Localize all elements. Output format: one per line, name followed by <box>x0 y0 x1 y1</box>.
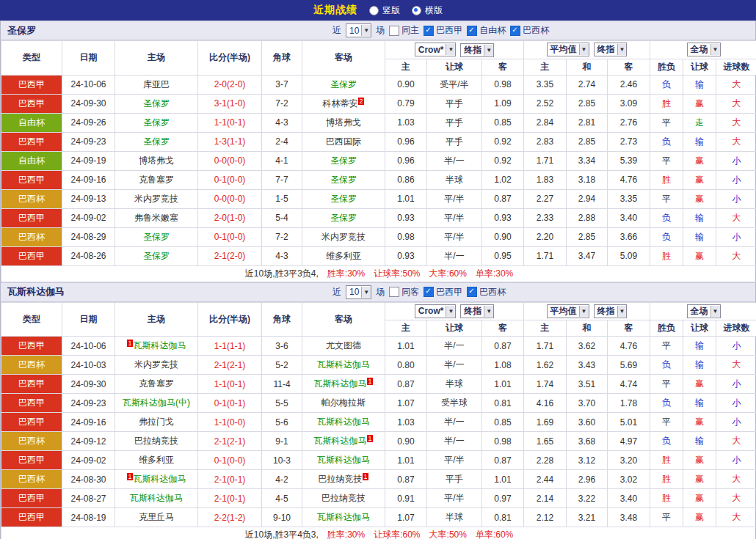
home-team[interactable]: 瓦斯科达伽马 <box>134 340 186 351</box>
home-team[interactable]: 克里丘马 <box>139 512 174 522</box>
away-team[interactable]: 科林蒂安 <box>322 98 357 109</box>
result-handicap: 赢 <box>695 194 704 204</box>
score-link[interactable]: 2-2(1-2) <box>214 513 246 523</box>
score-link[interactable]: 0-0(0-0) <box>214 194 246 204</box>
league-filter-checkbox-2[interactable] <box>510 26 520 36</box>
avg-home: 1.71 <box>524 337 567 356</box>
fullmatch-select[interactable]: 全场▼ <box>687 43 721 56</box>
league-filter-checkbox-1[interactable] <box>467 287 477 297</box>
league-filter-checkbox-0[interactable] <box>424 26 434 36</box>
bookmaker-select[interactable]: Crow*▼ <box>415 43 457 56</box>
avg-away: 3.20 <box>608 451 650 470</box>
corners-cell: 7-7 <box>262 170 302 189</box>
score-link[interactable]: 1-1(0-0) <box>214 417 246 428</box>
fullmatch-select[interactable]: 全场▼ <box>687 304 721 318</box>
home-team[interactable]: 瓦斯科达伽马 <box>134 474 186 484</box>
score-link[interactable]: 0-1(0-1) <box>214 398 246 408</box>
score-link[interactable]: 0-1(0-0) <box>214 455 246 466</box>
red-card-badge: 1 <box>127 340 132 347</box>
home-team[interactable]: 米内罗竞技 <box>134 194 178 204</box>
away-team[interactable]: 圣保罗 <box>330 155 357 166</box>
home-team[interactable]: 圣保罗 <box>143 117 170 128</box>
average-select[interactable]: 平均值▼ <box>547 43 589 56</box>
same-venue-checkbox[interactable] <box>389 287 399 297</box>
home-team[interactable]: 弗拉门戈 <box>139 417 174 427</box>
away-team[interactable]: 尤文图德 <box>326 340 361 351</box>
away-team[interactable]: 圣保罗 <box>330 79 357 89</box>
odds-handicap-line: 半/一 <box>427 356 482 375</box>
away-team[interactable]: 帕尔梅拉斯 <box>321 397 366 408</box>
score-link[interactable]: 0-0(0-0) <box>214 155 246 166</box>
score-link[interactable]: 2-1(0-1) <box>214 474 246 485</box>
odds-home: 0.96 <box>385 151 427 170</box>
home-team[interactable]: 圣保罗 <box>143 251 170 261</box>
summary-row: 近10场,胜3平3负4,胜率:30%让球率:50%大率:60%单率:30% <box>1 265 756 282</box>
home-team[interactable]: 圣保罗 <box>143 232 170 242</box>
away-team[interactable]: 瓦斯科达伽马 <box>317 455 370 465</box>
home-team[interactable]: 瓦斯科达伽马(中) <box>123 397 190 408</box>
result-outcome: 平 <box>662 155 671 166</box>
away-team[interactable]: 维多利亚 <box>326 251 361 261</box>
average-select[interactable]: 平均值▼ <box>547 304 589 318</box>
away-team[interactable]: 博塔弗戈 <box>326 117 361 128</box>
score-link[interactable]: 2-1(2-1) <box>214 360 246 370</box>
away-team[interactable]: 米内罗竞技 <box>321 232 366 242</box>
score-link[interactable]: 1-1(0-1) <box>214 379 246 389</box>
away-team[interactable]: 巴西国际 <box>326 136 361 147</box>
bookmaker-select[interactable]: Crow*▼ <box>415 304 457 318</box>
score-link[interactable]: 1-1(1-1) <box>214 341 246 351</box>
away-team[interactable]: 圣保罗 <box>330 194 357 204</box>
corners-cell: 4-5 <box>262 489 302 508</box>
home-team[interactable]: 博塔弗戈 <box>139 155 174 166</box>
score-link[interactable]: 3-1(1-0) <box>214 98 246 109</box>
average-stage-select[interactable]: 终指▼ <box>594 304 628 318</box>
home-team[interactable]: 米内罗竞技 <box>134 359 178 370</box>
match-count-select[interactable]: 10▼ <box>346 23 371 37</box>
same-venue-checkbox[interactable] <box>389 26 399 36</box>
league-filter-checkbox-0[interactable] <box>424 287 434 297</box>
bookmaker-stage-select[interactable]: 终指▼ <box>460 43 494 57</box>
home-team[interactable]: 圣保罗 <box>143 98 170 109</box>
away-team[interactable]: 瓦斯科达伽马 <box>317 512 370 522</box>
home-team[interactable]: 瓦斯科达伽马 <box>130 493 183 503</box>
league-filter-checkbox-1[interactable] <box>467 26 477 36</box>
away-team[interactable]: 巴拉纳竞技 <box>321 493 366 503</box>
table-row: 巴西甲24-09-30圣保罗3-1(1-0)7-2科林蒂安20.79平手1.09… <box>1 94 756 113</box>
away-team[interactable]: 圣保罗 <box>330 213 357 223</box>
matches-label: 场 <box>376 286 385 298</box>
home-team[interactable]: 弗鲁米嫩塞 <box>134 213 178 223</box>
away-team[interactable]: 瓦斯科达伽马 <box>313 378 366 389</box>
away-team[interactable]: 圣保罗 <box>330 175 357 185</box>
bookmaker-stage-select[interactable]: 终指▼ <box>460 304 494 318</box>
league-badge: 巴西甲 <box>1 132 62 151</box>
score-link[interactable]: 0-1(0-0) <box>214 232 246 242</box>
score-link[interactable]: 2-1(0-1) <box>214 494 246 504</box>
score-link[interactable]: 1-3(1-1) <box>214 136 246 147</box>
home-team[interactable]: 克鲁塞罗 <box>139 175 174 185</box>
score-link[interactable]: 2-1(2-1) <box>214 436 246 447</box>
layout-radio-horizontal[interactable]: 横版 <box>412 4 443 17</box>
layout-radio-vertical[interactable]: 竖版 <box>369 4 400 17</box>
result-outcome: 胜 <box>662 455 671 465</box>
away-team[interactable]: 巴拉纳竞技 <box>318 474 362 484</box>
average-stage-select[interactable]: 终指▼ <box>594 43 628 56</box>
page-title: 近期战绩 <box>313 4 357 17</box>
home-team[interactable]: 维多利亚 <box>139 455 174 465</box>
away-team[interactable]: 瓦斯科达伽马 <box>313 436 366 446</box>
column-header: 客场 <box>302 302 385 337</box>
home-team[interactable]: 圣保罗 <box>143 136 170 147</box>
home-team[interactable]: 克鲁塞罗 <box>139 378 174 389</box>
odds-home: 0.91 <box>385 489 427 508</box>
score-link[interactable]: 1-1(0-1) <box>214 117 246 128</box>
score-link[interactable]: 2-0(2-0) <box>214 79 246 89</box>
match-count-select[interactable]: 10▼ <box>346 285 371 299</box>
home-team[interactable]: 库亚巴 <box>143 79 170 89</box>
avg-away: 5.39 <box>608 151 650 170</box>
away-team[interactable]: 瓦斯科达伽马 <box>317 359 370 370</box>
away-team[interactable]: 瓦斯科达伽马 <box>317 417 370 427</box>
home-team[interactable]: 巴拉纳竞技 <box>134 436 178 446</box>
score-link[interactable]: 2-0(1-0) <box>214 213 246 223</box>
score-link[interactable]: 2-1(2-0) <box>214 251 246 261</box>
odds-handicap-line: 半球 <box>427 508 482 527</box>
score-link[interactable]: 0-1(0-0) <box>214 175 246 185</box>
